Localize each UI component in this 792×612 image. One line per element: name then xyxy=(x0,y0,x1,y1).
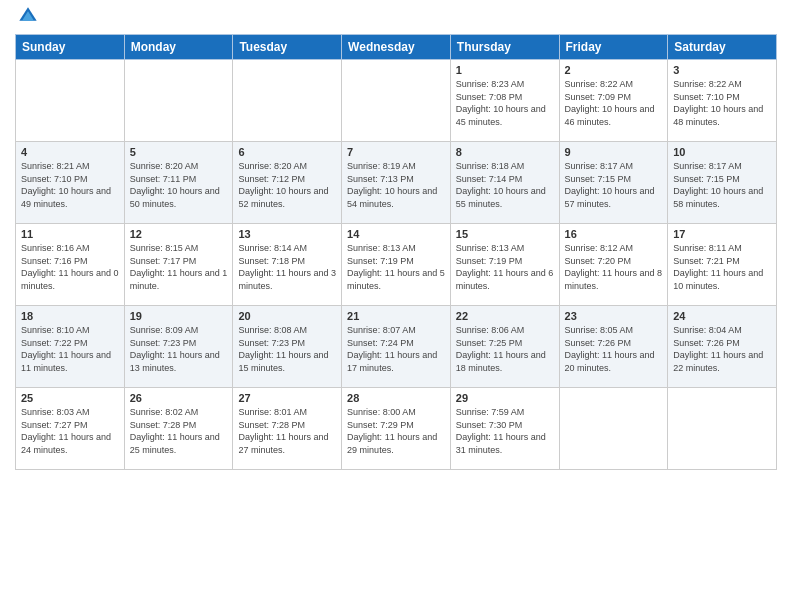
calendar-cell: 15Sunrise: 8:13 AMSunset: 7:19 PMDayligh… xyxy=(450,224,559,306)
calendar-cell: 21Sunrise: 8:07 AMSunset: 7:24 PMDayligh… xyxy=(342,306,451,388)
day-number: 25 xyxy=(21,392,119,404)
calendar-cell xyxy=(16,60,125,142)
day-number: 11 xyxy=(21,228,119,240)
day-info: Sunrise: 8:08 AMSunset: 7:23 PMDaylight:… xyxy=(238,324,336,374)
calendar-cell: 14Sunrise: 8:13 AMSunset: 7:19 PMDayligh… xyxy=(342,224,451,306)
day-info: Sunrise: 8:16 AMSunset: 7:16 PMDaylight:… xyxy=(21,242,119,292)
day-info: Sunrise: 8:04 AMSunset: 7:26 PMDaylight:… xyxy=(673,324,771,374)
day-info: Sunrise: 7:59 AMSunset: 7:30 PMDaylight:… xyxy=(456,406,554,456)
day-number: 6 xyxy=(238,146,336,158)
day-info: Sunrise: 8:10 AMSunset: 7:22 PMDaylight:… xyxy=(21,324,119,374)
calendar-cell: 10Sunrise: 8:17 AMSunset: 7:15 PMDayligh… xyxy=(668,142,777,224)
day-info: Sunrise: 8:13 AMSunset: 7:19 PMDaylight:… xyxy=(347,242,445,292)
day-info: Sunrise: 8:02 AMSunset: 7:28 PMDaylight:… xyxy=(130,406,228,456)
day-info: Sunrise: 8:18 AMSunset: 7:14 PMDaylight:… xyxy=(456,160,554,210)
calendar-cell: 11Sunrise: 8:16 AMSunset: 7:16 PMDayligh… xyxy=(16,224,125,306)
calendar-cell: 2Sunrise: 8:22 AMSunset: 7:09 PMDaylight… xyxy=(559,60,668,142)
day-info: Sunrise: 8:22 AMSunset: 7:09 PMDaylight:… xyxy=(565,78,663,128)
calendar-cell: 7Sunrise: 8:19 AMSunset: 7:13 PMDaylight… xyxy=(342,142,451,224)
calendar-cell: 13Sunrise: 8:14 AMSunset: 7:18 PMDayligh… xyxy=(233,224,342,306)
day-number: 24 xyxy=(673,310,771,322)
calendar-cell xyxy=(342,60,451,142)
day-info: Sunrise: 8:20 AMSunset: 7:12 PMDaylight:… xyxy=(238,160,336,210)
weekday-header-sunday: Sunday xyxy=(16,35,125,60)
calendar-cell: 4Sunrise: 8:21 AMSunset: 7:10 PMDaylight… xyxy=(16,142,125,224)
calendar-cell xyxy=(233,60,342,142)
day-number: 5 xyxy=(130,146,228,158)
day-info: Sunrise: 8:23 AMSunset: 7:08 PMDaylight:… xyxy=(456,78,554,128)
calendar-cell: 25Sunrise: 8:03 AMSunset: 7:27 PMDayligh… xyxy=(16,388,125,470)
day-info: Sunrise: 8:22 AMSunset: 7:10 PMDaylight:… xyxy=(673,78,771,128)
weekday-header-monday: Monday xyxy=(124,35,233,60)
calendar-cell: 29Sunrise: 7:59 AMSunset: 7:30 PMDayligh… xyxy=(450,388,559,470)
calendar-cell: 16Sunrise: 8:12 AMSunset: 7:20 PMDayligh… xyxy=(559,224,668,306)
day-info: Sunrise: 8:01 AMSunset: 7:28 PMDaylight:… xyxy=(238,406,336,456)
day-info: Sunrise: 8:00 AMSunset: 7:29 PMDaylight:… xyxy=(347,406,445,456)
weekday-header-row: SundayMondayTuesdayWednesdayThursdayFrid… xyxy=(16,35,777,60)
day-number: 8 xyxy=(456,146,554,158)
calendar-cell: 12Sunrise: 8:15 AMSunset: 7:17 PMDayligh… xyxy=(124,224,233,306)
logo xyxy=(15,14,38,26)
day-number: 20 xyxy=(238,310,336,322)
day-number: 29 xyxy=(456,392,554,404)
day-number: 4 xyxy=(21,146,119,158)
day-number: 10 xyxy=(673,146,771,158)
weekday-header-wednesday: Wednesday xyxy=(342,35,451,60)
day-info: Sunrise: 8:19 AMSunset: 7:13 PMDaylight:… xyxy=(347,160,445,210)
day-number: 9 xyxy=(565,146,663,158)
day-info: Sunrise: 8:21 AMSunset: 7:10 PMDaylight:… xyxy=(21,160,119,210)
week-row-1: 1Sunrise: 8:23 AMSunset: 7:08 PMDaylight… xyxy=(16,60,777,142)
calendar-cell: 17Sunrise: 8:11 AMSunset: 7:21 PMDayligh… xyxy=(668,224,777,306)
weekday-header-thursday: Thursday xyxy=(450,35,559,60)
day-number: 21 xyxy=(347,310,445,322)
calendar-cell: 18Sunrise: 8:10 AMSunset: 7:22 PMDayligh… xyxy=(16,306,125,388)
day-info: Sunrise: 8:20 AMSunset: 7:11 PMDaylight:… xyxy=(130,160,228,210)
day-number: 13 xyxy=(238,228,336,240)
weekday-header-friday: Friday xyxy=(559,35,668,60)
calendar-cell: 28Sunrise: 8:00 AMSunset: 7:29 PMDayligh… xyxy=(342,388,451,470)
day-number: 15 xyxy=(456,228,554,240)
weekday-header-saturday: Saturday xyxy=(668,35,777,60)
calendar-cell: 23Sunrise: 8:05 AMSunset: 7:26 PMDayligh… xyxy=(559,306,668,388)
day-number: 3 xyxy=(673,64,771,76)
week-row-2: 4Sunrise: 8:21 AMSunset: 7:10 PMDaylight… xyxy=(16,142,777,224)
day-info: Sunrise: 8:12 AMSunset: 7:20 PMDaylight:… xyxy=(565,242,663,292)
day-number: 14 xyxy=(347,228,445,240)
calendar-cell: 8Sunrise: 8:18 AMSunset: 7:14 PMDaylight… xyxy=(450,142,559,224)
day-info: Sunrise: 8:17 AMSunset: 7:15 PMDaylight:… xyxy=(565,160,663,210)
calendar-cell: 6Sunrise: 8:20 AMSunset: 7:12 PMDaylight… xyxy=(233,142,342,224)
calendar-cell: 5Sunrise: 8:20 AMSunset: 7:11 PMDaylight… xyxy=(124,142,233,224)
day-info: Sunrise: 8:13 AMSunset: 7:19 PMDaylight:… xyxy=(456,242,554,292)
calendar-cell: 1Sunrise: 8:23 AMSunset: 7:08 PMDaylight… xyxy=(450,60,559,142)
day-number: 19 xyxy=(130,310,228,322)
day-info: Sunrise: 8:03 AMSunset: 7:27 PMDaylight:… xyxy=(21,406,119,456)
day-number: 26 xyxy=(130,392,228,404)
day-number: 18 xyxy=(21,310,119,322)
day-number: 28 xyxy=(347,392,445,404)
day-info: Sunrise: 8:07 AMSunset: 7:24 PMDaylight:… xyxy=(347,324,445,374)
calendar-cell: 26Sunrise: 8:02 AMSunset: 7:28 PMDayligh… xyxy=(124,388,233,470)
weekday-header-tuesday: Tuesday xyxy=(233,35,342,60)
day-info: Sunrise: 8:05 AMSunset: 7:26 PMDaylight:… xyxy=(565,324,663,374)
week-row-5: 25Sunrise: 8:03 AMSunset: 7:27 PMDayligh… xyxy=(16,388,777,470)
day-number: 17 xyxy=(673,228,771,240)
day-info: Sunrise: 8:14 AMSunset: 7:18 PMDaylight:… xyxy=(238,242,336,292)
calendar: SundayMondayTuesdayWednesdayThursdayFrid… xyxy=(15,34,777,470)
calendar-cell: 20Sunrise: 8:08 AMSunset: 7:23 PMDayligh… xyxy=(233,306,342,388)
logo-icon xyxy=(18,6,38,26)
day-number: 16 xyxy=(565,228,663,240)
calendar-cell xyxy=(559,388,668,470)
day-number: 7 xyxy=(347,146,445,158)
day-info: Sunrise: 8:17 AMSunset: 7:15 PMDaylight:… xyxy=(673,160,771,210)
calendar-cell: 19Sunrise: 8:09 AMSunset: 7:23 PMDayligh… xyxy=(124,306,233,388)
day-info: Sunrise: 8:06 AMSunset: 7:25 PMDaylight:… xyxy=(456,324,554,374)
calendar-cell: 3Sunrise: 8:22 AMSunset: 7:10 PMDaylight… xyxy=(668,60,777,142)
day-number: 1 xyxy=(456,64,554,76)
header xyxy=(15,10,777,26)
calendar-cell xyxy=(124,60,233,142)
day-info: Sunrise: 8:11 AMSunset: 7:21 PMDaylight:… xyxy=(673,242,771,292)
day-info: Sunrise: 8:09 AMSunset: 7:23 PMDaylight:… xyxy=(130,324,228,374)
day-info: Sunrise: 8:15 AMSunset: 7:17 PMDaylight:… xyxy=(130,242,228,292)
calendar-cell: 24Sunrise: 8:04 AMSunset: 7:26 PMDayligh… xyxy=(668,306,777,388)
day-number: 27 xyxy=(238,392,336,404)
